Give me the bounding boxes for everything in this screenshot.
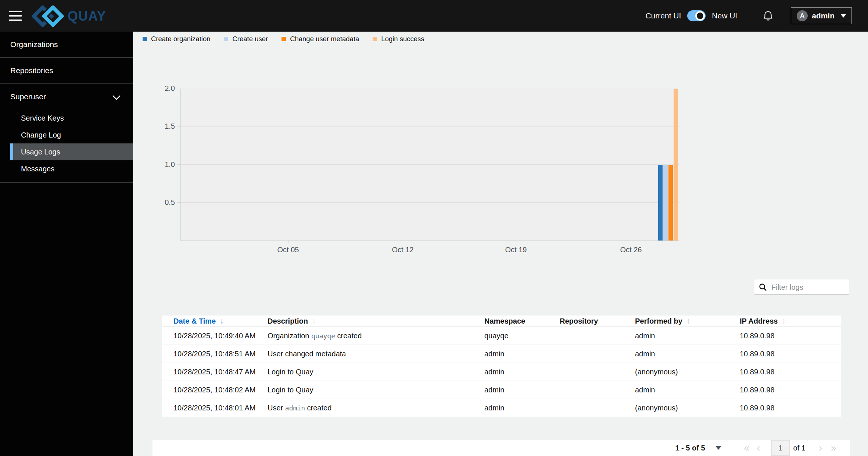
column-header-performed-by[interactable]: Performed by↕ <box>635 317 740 325</box>
cell-datetime: 10/28/2025, 10:49:40 AM <box>173 332 268 340</box>
previous-page-button[interactable]: ‹ <box>757 443 760 453</box>
table-row: 10/28/2025, 10:48:01 AMUser admin create… <box>162 399 841 417</box>
cell-performed-by: (anonymous) <box>635 404 740 412</box>
column-header-namespace[interactable]: Namespace <box>484 317 560 325</box>
y-tick-mark <box>177 127 180 127</box>
sidebar-item-superuser[interactable]: Superuser <box>0 84 133 110</box>
column-label: Description <box>268 317 308 325</box>
description-text: Organization <box>268 332 311 340</box>
cell-performed-by: (anonymous) <box>635 368 740 376</box>
x-tick-mark <box>403 241 403 243</box>
legend-item-login-success: Login success <box>373 35 424 43</box>
cell-datetime: 10/28/2025, 10:48:02 AM <box>173 386 268 394</box>
cell-performed-by: admin <box>635 350 740 358</box>
sidebar-item-repositories[interactable]: Repositories <box>0 58 133 84</box>
cell-description: User changed metadata <box>268 350 484 358</box>
y-tick-mark <box>177 202 180 203</box>
cell-datetime: 10/28/2025, 10:48:01 AM <box>173 404 268 412</box>
legend-label: Create user <box>232 35 268 43</box>
sidebar-item-change-log[interactable]: Change Log <box>0 127 133 143</box>
description-text: created <box>335 332 362 340</box>
per-page-caret-icon[interactable] <box>715 446 721 450</box>
legend-item-change-user-metadata: Change user metadata <box>281 35 359 43</box>
column-header-repository[interactable]: Repository <box>560 317 635 325</box>
y-tick-mark <box>177 164 180 165</box>
x-tick-mark <box>288 241 288 243</box>
cell-namespace: admin <box>484 350 560 358</box>
table-row: 10/28/2025, 10:48:47 AMLogin to Quayadmi… <box>162 363 841 381</box>
brand-text: QUAY <box>68 8 106 24</box>
user-avatar: A <box>797 10 808 21</box>
description-mono-value: quayqe <box>311 332 335 340</box>
page-count-label: of 1 <box>793 444 806 452</box>
cell-ip-address: 10.89.0.98 <box>740 332 841 340</box>
sort-desc-arrow-icon: ↓ <box>220 317 224 325</box>
user-menu[interactable]: A admin <box>791 7 852 24</box>
legend-swatch-icon <box>224 37 228 41</box>
legend-swatch-icon <box>373 37 377 41</box>
legend-item-create-user: Create user <box>224 35 268 43</box>
description-text: User <box>268 404 285 412</box>
description-text: Login to Quay <box>268 368 313 376</box>
sortable-arrows-icon: ↕ <box>782 317 786 325</box>
current-ui-label: Current UI <box>645 11 681 20</box>
cell-ip-address: 10.89.0.98 <box>740 404 841 412</box>
description-text: User changed metadata <box>268 350 346 358</box>
gridline <box>180 164 679 165</box>
sortable-arrows-icon: ↕ <box>312 317 316 325</box>
chevron-down-icon <box>112 92 121 100</box>
cell-description: Login to Quay <box>268 386 484 394</box>
x-tick-label: Oct 12 <box>381 246 425 254</box>
cell-datetime: 10/28/2025, 10:48:47 AM <box>173 368 268 376</box>
last-page-button[interactable]: » <box>831 443 836 453</box>
cell-namespace: admin <box>484 386 560 394</box>
chart-legend: Create organizationCreate userChange use… <box>143 35 424 43</box>
hamburger-menu-icon[interactable] <box>9 11 22 21</box>
filter-logs-box <box>754 279 849 295</box>
column-header-description[interactable]: Description↕ <box>268 317 484 325</box>
cell-ip-address: 10.89.0.98 <box>740 368 841 376</box>
column-label: Namespace <box>484 317 525 325</box>
first-page-button[interactable]: « <box>744 443 750 453</box>
page-number-input[interactable] <box>771 440 790 456</box>
table-row: 10/28/2025, 10:48:51 AMUser changed meta… <box>162 345 841 363</box>
nav-divider <box>0 177 133 183</box>
y-tick-mark <box>177 89 180 89</box>
table-row: 10/28/2025, 10:48:02 AMLogin to Quayadmi… <box>162 381 841 399</box>
table-row: 10/28/2025, 10:49:40 AMOrganization quay… <box>162 327 841 345</box>
y-axis-line <box>180 89 181 241</box>
cell-description: Organization quayqe created <box>268 332 484 340</box>
cell-namespace: admin <box>484 368 560 376</box>
bar-change-user-metadata <box>668 165 673 241</box>
sidebar-item-usage-logs[interactable]: Usage Logs <box>10 143 133 160</box>
plot-area <box>180 89 679 241</box>
next-page-button[interactable]: › <box>819 443 822 453</box>
search-icon <box>759 283 767 291</box>
gridline <box>180 127 679 127</box>
column-header-ip-address[interactable]: IP Address↕ <box>740 317 841 325</box>
pagination-bar: 1 - 5 of 5 « ‹ of 1 › » <box>153 440 850 456</box>
notifications-bell-icon[interactable] <box>763 10 773 21</box>
y-tick-label: 2.0 <box>157 84 175 93</box>
items-summary: 1 - 5 of 5 <box>675 444 705 452</box>
description-text: created <box>305 404 331 412</box>
x-tick-mark <box>516 241 516 243</box>
sidebar-item-organizations[interactable]: Organizations <box>0 32 133 58</box>
quay-logo[interactable]: QUAY <box>32 6 106 27</box>
x-axis-line <box>180 241 679 241</box>
sidebar-item-service-keys[interactable]: Service Keys <box>0 110 133 127</box>
cell-description: User admin created <box>268 404 484 412</box>
sidebar-item-messages[interactable]: Messages <box>0 160 133 177</box>
column-label: IP Address <box>740 317 778 325</box>
masthead-controls: Current UI New UI A admin <box>645 0 852 32</box>
x-tick-label: Oct 26 <box>609 246 653 254</box>
legend-label: Create organization <box>151 35 210 43</box>
usage-logs-table: Date & Time↓Description↕NamespaceReposit… <box>162 316 841 417</box>
toggle-knob <box>695 11 705 21</box>
filter-logs-input[interactable] <box>771 279 848 295</box>
x-tick-label: Oct 05 <box>266 246 310 254</box>
column-header-date-time[interactable]: Date & Time↓ <box>173 317 268 325</box>
ui-toggle-switch[interactable] <box>687 10 706 21</box>
cell-namespace: quayqe <box>484 332 560 340</box>
cell-performed-by: admin <box>635 386 740 394</box>
